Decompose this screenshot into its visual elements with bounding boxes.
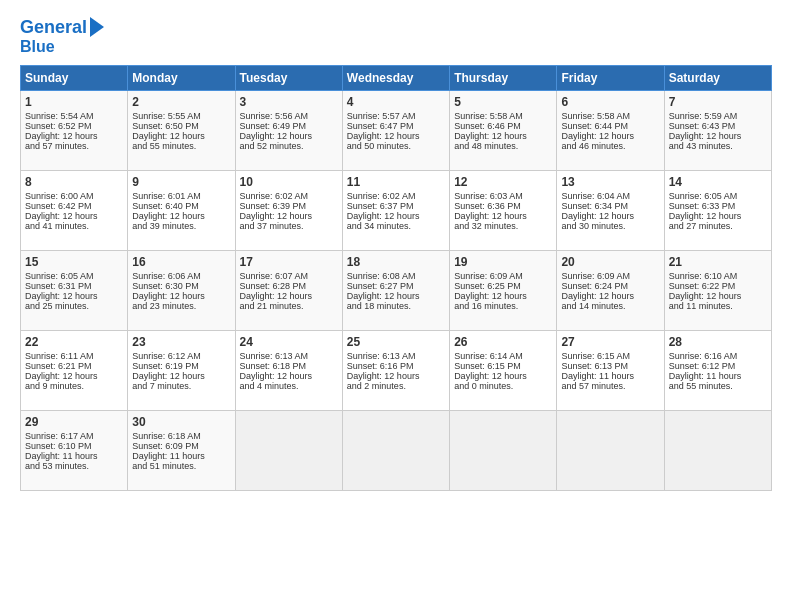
day-info-line: Sunrise: 6:03 AM: [454, 191, 552, 201]
day-info-line: Sunrise: 6:17 AM: [25, 431, 123, 441]
day-number: 23: [132, 335, 230, 349]
day-info-line: Sunrise: 6:05 AM: [669, 191, 767, 201]
day-info-line: Daylight: 12 hours: [669, 291, 767, 301]
day-info-line: and 4 minutes.: [240, 381, 338, 391]
calendar-day-cell: 4Sunrise: 5:57 AMSunset: 6:47 PMDaylight…: [342, 91, 449, 171]
calendar-day-cell: 5Sunrise: 5:58 AMSunset: 6:46 PMDaylight…: [450, 91, 557, 171]
calendar-week-row: 8Sunrise: 6:00 AMSunset: 6:42 PMDaylight…: [21, 171, 772, 251]
day-number: 29: [25, 415, 123, 429]
day-info-line: Sunrise: 5:55 AM: [132, 111, 230, 121]
day-info-line: Sunset: 6:15 PM: [454, 361, 552, 371]
day-info-line: Sunrise: 6:02 AM: [347, 191, 445, 201]
calendar-header-row: SundayMondayTuesdayWednesdayThursdayFrid…: [21, 66, 772, 91]
day-number: 13: [561, 175, 659, 189]
day-info-line: and 57 minutes.: [25, 141, 123, 151]
day-number: 11: [347, 175, 445, 189]
day-info-line: and 34 minutes.: [347, 221, 445, 231]
day-info-line: Sunrise: 6:13 AM: [240, 351, 338, 361]
day-number: 16: [132, 255, 230, 269]
day-number: 8: [25, 175, 123, 189]
day-info-line: Sunset: 6:33 PM: [669, 201, 767, 211]
day-info-line: Sunset: 6:49 PM: [240, 121, 338, 131]
day-number: 18: [347, 255, 445, 269]
calendar-day-cell: 2Sunrise: 5:55 AMSunset: 6:50 PMDaylight…: [128, 91, 235, 171]
day-info-line: and 57 minutes.: [561, 381, 659, 391]
calendar-day-cell: 16Sunrise: 6:06 AMSunset: 6:30 PMDayligh…: [128, 251, 235, 331]
day-info-line: Sunset: 6:37 PM: [347, 201, 445, 211]
day-info-line: Sunrise: 6:00 AM: [25, 191, 123, 201]
calendar-header-cell: Friday: [557, 66, 664, 91]
calendar-day-cell: 10Sunrise: 6:02 AMSunset: 6:39 PMDayligh…: [235, 171, 342, 251]
day-info-line: Sunset: 6:30 PM: [132, 281, 230, 291]
day-info-line: Sunset: 6:16 PM: [347, 361, 445, 371]
calendar-day-cell: 6Sunrise: 5:58 AMSunset: 6:44 PMDaylight…: [557, 91, 664, 171]
day-number: 26: [454, 335, 552, 349]
day-info-line: Sunrise: 6:06 AM: [132, 271, 230, 281]
day-info-line: Sunset: 6:18 PM: [240, 361, 338, 371]
calendar-day-cell: 26Sunrise: 6:14 AMSunset: 6:15 PMDayligh…: [450, 331, 557, 411]
day-info-line: Daylight: 12 hours: [25, 371, 123, 381]
day-info-line: Sunrise: 6:04 AM: [561, 191, 659, 201]
day-number: 10: [240, 175, 338, 189]
day-info-line: Daylight: 12 hours: [454, 371, 552, 381]
day-info-line: and 18 minutes.: [347, 301, 445, 311]
day-info-line: Daylight: 12 hours: [561, 211, 659, 221]
day-info-line: Sunset: 6:42 PM: [25, 201, 123, 211]
calendar-day-cell: 18Sunrise: 6:08 AMSunset: 6:27 PMDayligh…: [342, 251, 449, 331]
day-info-line: Sunset: 6:21 PM: [25, 361, 123, 371]
day-number: 25: [347, 335, 445, 349]
calendar-day-cell: 30Sunrise: 6:18 AMSunset: 6:09 PMDayligh…: [128, 411, 235, 491]
day-info-line: and 55 minutes.: [669, 381, 767, 391]
day-info-line: Sunrise: 6:02 AM: [240, 191, 338, 201]
day-info-line: Daylight: 12 hours: [25, 131, 123, 141]
day-info-line: Daylight: 12 hours: [454, 211, 552, 221]
logo: General Blue: [20, 18, 104, 55]
day-info-line: Daylight: 11 hours: [561, 371, 659, 381]
day-info-line: Sunset: 6:22 PM: [669, 281, 767, 291]
day-info-line: Sunrise: 5:58 AM: [561, 111, 659, 121]
day-info-line: Sunrise: 6:16 AM: [669, 351, 767, 361]
day-info-line: Sunrise: 6:01 AM: [132, 191, 230, 201]
day-info-line: and 14 minutes.: [561, 301, 659, 311]
day-info-line: Sunrise: 5:59 AM: [669, 111, 767, 121]
day-info-line: Daylight: 12 hours: [454, 291, 552, 301]
day-info-line: Daylight: 12 hours: [25, 211, 123, 221]
calendar-week-row: 29Sunrise: 6:17 AMSunset: 6:10 PMDayligh…: [21, 411, 772, 491]
day-number: 24: [240, 335, 338, 349]
day-info-line: Sunrise: 6:07 AM: [240, 271, 338, 281]
day-info-line: and 46 minutes.: [561, 141, 659, 151]
day-info-line: and 2 minutes.: [347, 381, 445, 391]
day-info-line: Daylight: 12 hours: [132, 131, 230, 141]
day-info-line: Sunrise: 6:09 AM: [561, 271, 659, 281]
day-info-line: Daylight: 12 hours: [347, 291, 445, 301]
calendar-day-cell: 17Sunrise: 6:07 AMSunset: 6:28 PMDayligh…: [235, 251, 342, 331]
calendar-body: 1Sunrise: 5:54 AMSunset: 6:52 PMDaylight…: [21, 91, 772, 491]
day-info-line: Sunrise: 6:10 AM: [669, 271, 767, 281]
day-info-line: and 30 minutes.: [561, 221, 659, 231]
day-number: 27: [561, 335, 659, 349]
calendar-day-cell: 28Sunrise: 6:16 AMSunset: 6:12 PMDayligh…: [664, 331, 771, 411]
day-info-line: Daylight: 12 hours: [132, 291, 230, 301]
day-info-line: Sunrise: 6:05 AM: [25, 271, 123, 281]
day-number: 21: [669, 255, 767, 269]
day-info-line: Sunrise: 6:08 AM: [347, 271, 445, 281]
day-number: 7: [669, 95, 767, 109]
day-info-line: Daylight: 12 hours: [132, 371, 230, 381]
day-info-line: Sunrise: 6:12 AM: [132, 351, 230, 361]
day-info-line: Sunset: 6:25 PM: [454, 281, 552, 291]
day-info-line: Sunrise: 6:09 AM: [454, 271, 552, 281]
day-info-line: Daylight: 12 hours: [454, 131, 552, 141]
day-number: 2: [132, 95, 230, 109]
calendar-day-cell: 23Sunrise: 6:12 AMSunset: 6:19 PMDayligh…: [128, 331, 235, 411]
day-info-line: Sunset: 6:27 PM: [347, 281, 445, 291]
calendar-day-cell: 11Sunrise: 6:02 AMSunset: 6:37 PMDayligh…: [342, 171, 449, 251]
day-info-line: Sunrise: 5:58 AM: [454, 111, 552, 121]
calendar-day-cell: 14Sunrise: 6:05 AMSunset: 6:33 PMDayligh…: [664, 171, 771, 251]
header: General Blue: [20, 18, 772, 55]
day-number: 28: [669, 335, 767, 349]
day-info-line: and 53 minutes.: [25, 461, 123, 471]
calendar-day-cell: 21Sunrise: 6:10 AMSunset: 6:22 PMDayligh…: [664, 251, 771, 331]
day-info-line: Sunset: 6:31 PM: [25, 281, 123, 291]
calendar-table: SundayMondayTuesdayWednesdayThursdayFrid…: [20, 65, 772, 491]
day-info-line: Sunset: 6:09 PM: [132, 441, 230, 451]
